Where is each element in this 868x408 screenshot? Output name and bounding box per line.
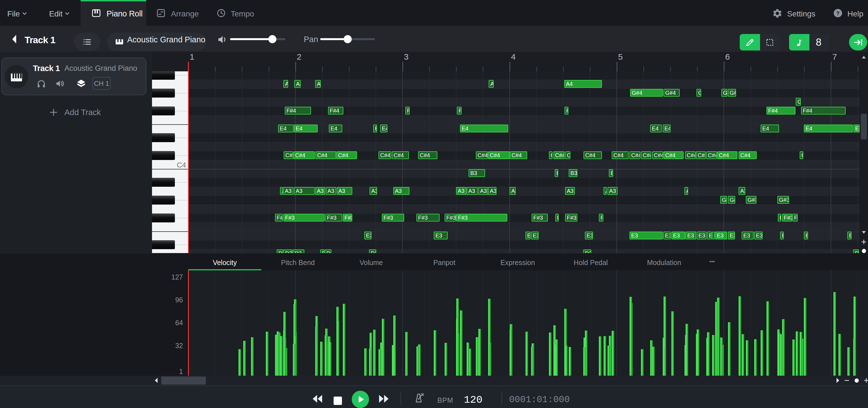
svg-text:?: ? bbox=[836, 10, 840, 16]
